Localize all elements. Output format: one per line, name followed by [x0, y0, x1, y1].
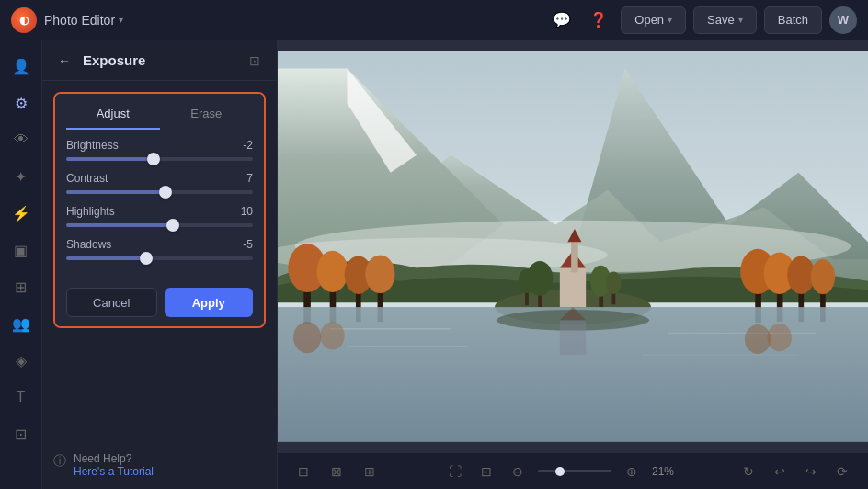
panel-buttons: Cancel Apply — [55, 280, 264, 326]
exposure-box: Adjust Erase Brightness -2 — [53, 92, 266, 328]
brightness-track[interactable] — [66, 157, 253, 161]
nav-star-icon[interactable]: ✦ — [5, 160, 38, 193]
svg-point-35 — [811, 259, 835, 294]
tabs-container: Adjust Erase — [55, 94, 264, 130]
help-circle-icon: ⓘ — [53, 453, 66, 470]
zoom-track[interactable] — [538, 470, 611, 472]
highlights-label: Highlights — [66, 205, 115, 218]
app-title-chevron-icon: ▾ — [119, 15, 123, 25]
brightness-value: -2 — [243, 139, 253, 152]
canvas-main[interactable] — [278, 40, 868, 452]
panel-content: Adjust Erase Brightness -2 — [42, 81, 277, 441]
side-panel: ← Exposure ⊡ Adjust Erase — [42, 40, 278, 489]
nav-profile-icon[interactable]: 👤 — [5, 50, 38, 83]
svg-rect-8 — [560, 268, 586, 307]
panel-pin-button[interactable]: ⊡ — [244, 50, 266, 72]
app-logo: ◐ — [11, 7, 37, 33]
fit-icon[interactable]: ⛶ — [444, 461, 466, 483]
help-section: ⓘ Need Help? Here's a Tutorial — [42, 441, 277, 489]
canvas-area: ⊟ ⊠ ⊞ ⛶ ⊡ ⊖ ⊕ 21% ↻ ↩ ↪ ⟳ — [278, 40, 868, 489]
nav-eye-icon[interactable]: 👁 — [5, 123, 38, 156]
topbar: ◐ Photo Editor ▾ 💬 ❓ Open ▾ Save ▾ Batch… — [0, 0, 868, 40]
zoom-percent: 21% — [652, 465, 674, 478]
crop-icon[interactable]: ⊠ — [326, 461, 348, 483]
panel-title: Exposure — [83, 52, 236, 68]
nav-adjust-icon[interactable]: ⚙ — [5, 86, 38, 119]
grid-icon[interactable]: ⊞ — [359, 461, 381, 483]
app-title-group: Photo Editor ▾ — [44, 13, 123, 28]
redo-icon[interactable]: ↪ — [800, 461, 822, 483]
app-title-text: Photo Editor — [44, 13, 115, 28]
batch-button[interactable]: Batch — [764, 6, 822, 34]
svg-rect-10 — [571, 242, 578, 272]
help-text: Need Help? — [74, 452, 154, 465]
sliders-area: Brightness -2 Contrast 7 — [55, 130, 264, 280]
shadows-track[interactable] — [66, 256, 253, 260]
brightness-label: Brightness — [66, 139, 119, 152]
highlights-slider-row: Highlights 10 — [66, 205, 253, 227]
bottom-right-tools: ↻ ↩ ↪ ⟳ — [737, 461, 853, 483]
canvas-image — [278, 40, 868, 452]
nav-filter-icon[interactable]: ⚡ — [5, 197, 38, 230]
cancel-button[interactable]: Cancel — [66, 288, 157, 317]
tab-erase[interactable]: Erase — [160, 101, 254, 130]
svg-point-17 — [519, 269, 536, 293]
svg-point-44 — [293, 322, 321, 353]
open-chevron-icon: ▾ — [668, 15, 672, 25]
help-link[interactable]: Here's a Tutorial — [74, 465, 154, 478]
contrast-value: 7 — [246, 172, 253, 185]
save-chevron-icon: ▾ — [738, 15, 743, 25]
shadows-slider-row: Shadows -5 — [66, 238, 253, 260]
layers-icon[interactable]: ⊟ — [292, 461, 314, 483]
nav-frame-icon[interactable]: ▣ — [5, 233, 38, 267]
nav-shape-icon[interactable]: ◈ — [5, 344, 38, 377]
zoom-thumb[interactable] — [555, 467, 565, 476]
open-button[interactable]: Open ▾ — [621, 6, 686, 34]
save-button[interactable]: Save ▾ — [693, 6, 757, 34]
crop2-icon[interactable]: ⊡ — [475, 461, 497, 483]
refresh-icon[interactable]: ↻ — [737, 461, 760, 483]
bottom-left-tools: ⊟ ⊠ ⊞ — [292, 461, 381, 483]
message-icon-btn[interactable]: 💬 — [547, 6, 577, 35]
svg-point-27 — [365, 255, 394, 293]
undo-icon[interactable]: ↩ — [769, 461, 791, 483]
tab-adjust[interactable]: Adjust — [66, 101, 160, 130]
icon-nav: 👤 ⚙ 👁 ✦ ⚡ ▣ ⊞ 👥 ◈ T ⊡ — [0, 40, 42, 489]
nav-grid-icon[interactable]: ⊞ — [5, 270, 38, 303]
help-icon-btn[interactable]: ❓ — [584, 6, 613, 35]
svg-point-47 — [767, 324, 791, 351]
panel-back-button[interactable]: ← — [53, 50, 75, 72]
contrast-slider-row: Contrast 7 — [66, 172, 253, 194]
brightness-slider-row: Brightness -2 — [66, 139, 253, 161]
svg-point-45 — [320, 322, 344, 349]
panel-header: ← Exposure ⊡ — [42, 40, 277, 81]
bottom-bar: ⊟ ⊠ ⊞ ⛶ ⊡ ⊖ ⊕ 21% ↻ ↩ ↪ ⟳ — [278, 452, 868, 489]
zoom-slider-container — [538, 470, 611, 472]
history-icon[interactable]: ⟳ — [831, 461, 853, 483]
highlights-value: 10 — [241, 205, 253, 218]
zoom-in-icon[interactable]: ⊕ — [621, 461, 643, 483]
nav-text-icon[interactable]: T — [5, 381, 38, 414]
nav-more-icon[interactable]: ⊡ — [5, 417, 38, 450]
bottom-center-tools: ⛶ ⊡ ⊖ ⊕ 21% — [381, 461, 737, 483]
nav-people-icon[interactable]: 👥 — [5, 307, 38, 340]
svg-point-46 — [745, 324, 771, 354]
apply-button[interactable]: Apply — [165, 288, 254, 317]
svg-rect-38 — [560, 320, 586, 355]
contrast-track[interactable] — [66, 190, 253, 194]
highlights-track[interactable] — [66, 223, 253, 227]
contrast-label: Contrast — [66, 172, 108, 185]
main-area: 👤 ⚙ 👁 ✦ ⚡ ▣ ⊞ 👥 ◈ T ⊡ ← Exposure ⊡ Adjus… — [0, 40, 868, 489]
user-avatar[interactable]: W — [829, 6, 857, 34]
shadows-label: Shadows — [66, 238, 111, 251]
svg-point-23 — [316, 251, 348, 292]
shadows-value: -5 — [243, 238, 253, 251]
svg-point-19 — [606, 271, 622, 294]
zoom-out-icon[interactable]: ⊖ — [507, 461, 529, 483]
